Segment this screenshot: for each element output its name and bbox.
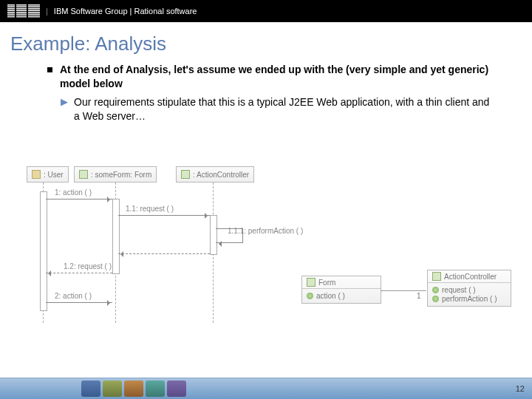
op-row: request ( ) [432, 286, 506, 294]
msg-1-label: 1: action ( ) [55, 188, 92, 197]
op-ctrl-0: request ( ) [442, 286, 476, 294]
header-bar: | IBM Software Group | Rational software [0, 0, 532, 22]
content-block: At the end of Analysis, let's assume we … [47, 63, 492, 123]
decor-tile [81, 381, 100, 397]
msg-return-1 [118, 253, 210, 254]
class-ctrl: ActionController request ( ) performActi… [427, 270, 511, 307]
class-icon [432, 272, 441, 281]
msg-2 [46, 302, 112, 303]
class-icon [307, 278, 316, 287]
slide-title: Example: Analysis [10, 33, 532, 55]
bullet-main-text: At the end of Analysis, let's assume we … [60, 63, 492, 91]
decor-tile [103, 381, 122, 397]
bullet-sub-text: Our requirements stipulate that this is … [74, 95, 492, 123]
msg-1 [46, 199, 112, 200]
lifeline-form-label: : someForm: Form [91, 171, 151, 179]
arrow-icon: ▶ [61, 96, 68, 107]
msg-1-1-label: 1.1: request ( ) [126, 205, 174, 213]
op-ctrl-1: performAction ( ) [442, 295, 497, 303]
msg-1-1 [118, 215, 210, 216]
lifeline-user-label: : User [44, 171, 64, 179]
activation-user [40, 191, 47, 311]
op-row: performAction ( ) [432, 295, 506, 303]
operation-icon [432, 296, 439, 302]
bullet-main: At the end of Analysis, let's assume we … [47, 63, 492, 91]
header-separator: | [46, 7, 48, 16]
decor-tile [124, 381, 143, 397]
lifeline-ctrl-label: : ActionController [193, 171, 249, 179]
operation-icon [307, 293, 313, 299]
class-form-name: Form [318, 279, 335, 287]
class-icon [79, 170, 88, 179]
op-row: action ( ) [307, 292, 376, 300]
association-mult: 1 [417, 292, 421, 300]
class-icon [181, 170, 190, 179]
footer-bar: 12 [0, 378, 532, 399]
msg-2-label: 2: action ( ) [55, 292, 92, 300]
operation-icon [432, 287, 439, 293]
lifeline-user: : User [27, 166, 69, 183]
lifeline-form: : someForm: Form [74, 166, 157, 183]
header-title: IBM Software Group | Rational software [54, 7, 197, 16]
activation-form [112, 199, 120, 274]
decor-tile [167, 381, 186, 397]
lifeline-ctrl: : ActionController [176, 166, 254, 183]
decor-tile [146, 381, 165, 397]
footer-decor [81, 381, 186, 397]
diagram-area: : User : someForm: Form : ActionControll… [22, 166, 510, 336]
bullet-square-icon [47, 67, 52, 72]
association-line [381, 290, 426, 291]
msg-1-2 [46, 273, 112, 273]
op-form-0: action ( ) [316, 292, 345, 300]
bullet-sub: ▶ Our requirements stipulate that this i… [61, 95, 492, 123]
msg-1-1-1-label: 1.1.1: performAction ( ) [228, 227, 303, 235]
ibm-logo [7, 4, 40, 18]
class-ctrl-name: ActionController [444, 273, 497, 281]
page-number: 12 [516, 384, 525, 393]
msg-1-2-label: 1.2: request ( ) [64, 262, 112, 270]
msg-1-1-1-arrow [216, 241, 222, 247]
actor-icon [32, 170, 41, 179]
class-form: Form action ( ) [301, 276, 381, 304]
